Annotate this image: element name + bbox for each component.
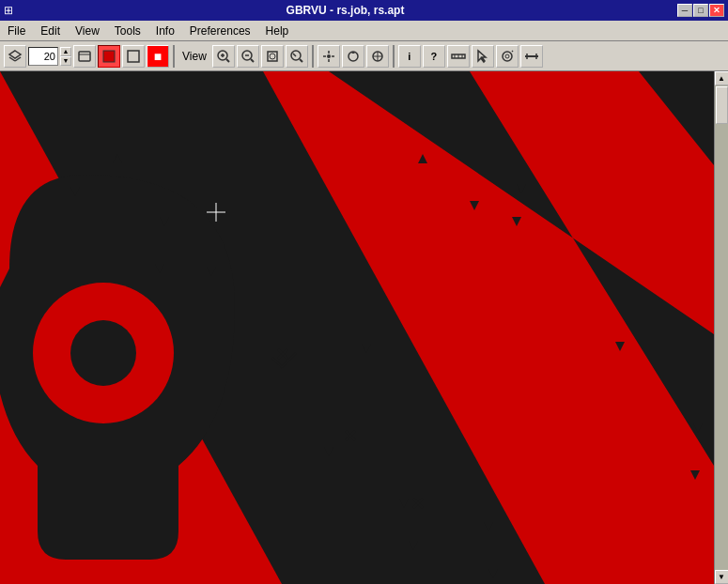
zoom-up-button[interactable]: ▲ bbox=[60, 47, 71, 56]
titlebar-title: GBRVU - rs.job, rs.apt bbox=[13, 4, 677, 17]
stop-button[interactable]: ■ bbox=[147, 45, 169, 68]
app-icon: ⊞ bbox=[4, 4, 13, 17]
svg-point-15 bbox=[270, 54, 275, 59]
menu-item-info[interactable]: Info bbox=[148, 23, 182, 39]
svg-line-30 bbox=[512, 51, 513, 52]
scroll-track[interactable] bbox=[715, 85, 729, 570]
svg-rect-6 bbox=[128, 51, 139, 62]
svg-rect-5 bbox=[103, 51, 115, 62]
svg-point-19 bbox=[327, 54, 331, 58]
redraw-button[interactable] bbox=[342, 45, 364, 68]
menu-item-preferences[interactable]: Preferences bbox=[182, 23, 258, 39]
svg-point-39 bbox=[70, 320, 136, 386]
titlebar: ⊞ GBRVU - rs.job, rs.apt ─ □ ✕ bbox=[0, 0, 728, 21]
pcb-canvas bbox=[0, 71, 714, 584]
svg-marker-0 bbox=[9, 51, 21, 58]
svg-line-13 bbox=[251, 59, 254, 62]
help-button[interactable]: ? bbox=[423, 45, 445, 68]
aperture-button[interactable] bbox=[366, 45, 389, 68]
svg-point-29 bbox=[505, 54, 509, 58]
canvas-area[interactable]: ▲ ▼ bbox=[0, 71, 728, 584]
vertical-scrollbar: ▲ ▼ bbox=[714, 71, 728, 584]
fill-button[interactable] bbox=[98, 45, 120, 68]
separator-2 bbox=[312, 45, 314, 68]
separator-3 bbox=[393, 45, 395, 68]
zoom-fit-button[interactable] bbox=[261, 45, 284, 68]
separator-1 bbox=[173, 45, 175, 68]
layers-button[interactable] bbox=[73, 45, 96, 68]
info-label-button[interactable]: i bbox=[398, 45, 421, 68]
pin-button[interactable] bbox=[520, 45, 543, 68]
measure-button[interactable] bbox=[447, 45, 470, 68]
drill-button[interactable] bbox=[496, 45, 519, 68]
zoom-in-button[interactable] bbox=[212, 45, 235, 68]
layer-button[interactable] bbox=[4, 45, 26, 68]
minimize-button[interactable]: ─ bbox=[677, 4, 692, 17]
svg-line-17 bbox=[300, 59, 302, 62]
zoom-prev-button[interactable] bbox=[286, 45, 308, 68]
svg-rect-3 bbox=[79, 52, 90, 61]
menu-item-view[interactable]: View bbox=[68, 23, 107, 39]
svg-line-10 bbox=[226, 59, 229, 62]
menu-item-tools[interactable]: Tools bbox=[107, 23, 148, 39]
scroll-thumb[interactable] bbox=[716, 86, 728, 124]
menu-item-file[interactable]: File bbox=[0, 23, 33, 39]
view-label: View bbox=[178, 50, 210, 63]
svg-line-18 bbox=[293, 54, 296, 56]
svg-point-28 bbox=[503, 52, 512, 61]
menu-item-help[interactable]: Help bbox=[258, 23, 297, 39]
zoom-down-button[interactable]: ▼ bbox=[60, 56, 71, 66]
pointer-mode-button[interactable] bbox=[472, 45, 494, 68]
outline-button[interactable] bbox=[122, 45, 145, 68]
titlebar-controls: ─ □ ✕ bbox=[677, 4, 724, 17]
maximize-button[interactable]: □ bbox=[693, 4, 708, 17]
titlebar-left: ⊞ bbox=[4, 4, 13, 17]
zoom-input[interactable]: 20 bbox=[28, 47, 58, 66]
scroll-up-button[interactable]: ▲ bbox=[715, 71, 729, 85]
close-button[interactable]: ✕ bbox=[709, 4, 724, 17]
zoom-spinner: ▲ ▼ bbox=[60, 47, 71, 66]
toolbar: 20 ▲ ▼ ■ View i ? bbox=[0, 41, 728, 71]
zoom-out-button[interactable] bbox=[237, 45, 259, 68]
menu-item-edit[interactable]: Edit bbox=[33, 23, 68, 39]
menubar: FileEditViewToolsInfoPreferencesHelp bbox=[0, 21, 728, 41]
scroll-down-button[interactable]: ▼ bbox=[715, 570, 729, 584]
pan-button[interactable] bbox=[318, 45, 340, 68]
